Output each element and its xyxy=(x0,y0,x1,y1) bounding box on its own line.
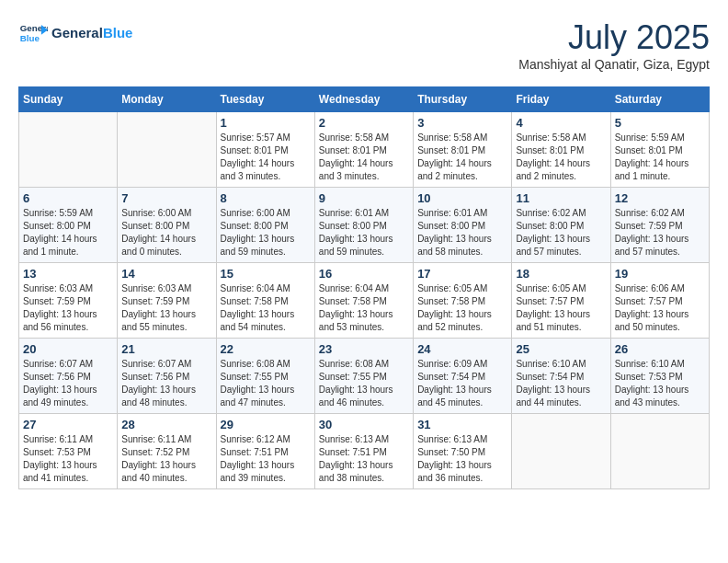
weekday-header: Tuesday xyxy=(216,87,314,112)
calendar-cell: 2Sunrise: 5:58 AM Sunset: 8:01 PM Daylig… xyxy=(314,112,413,188)
day-info: Sunrise: 6:00 AM Sunset: 8:00 PM Dayligh… xyxy=(121,207,211,259)
title-block: July 2025 Manshiyat al Qanatir, Giza, Eg… xyxy=(518,18,710,72)
day-number: 2 xyxy=(319,116,409,130)
calendar-week-row: 1Sunrise: 5:57 AM Sunset: 8:01 PM Daylig… xyxy=(19,112,710,188)
calendar-cell: 1Sunrise: 5:57 AM Sunset: 8:01 PM Daylig… xyxy=(216,112,314,188)
day-info: Sunrise: 6:04 AM Sunset: 7:58 PM Dayligh… xyxy=(221,282,311,334)
calendar-cell: 4Sunrise: 5:58 AM Sunset: 8:01 PM Daylig… xyxy=(512,112,610,188)
calendar-cell: 20Sunrise: 6:07 AM Sunset: 7:56 PM Dayli… xyxy=(19,339,118,414)
day-number: 22 xyxy=(221,342,311,356)
calendar-cell xyxy=(512,414,610,489)
day-info: Sunrise: 5:57 AM Sunset: 8:01 PM Dayligh… xyxy=(221,132,311,183)
day-info: Sunrise: 6:11 AM Sunset: 7:52 PM Dayligh… xyxy=(121,433,211,485)
day-number: 20 xyxy=(23,342,113,356)
calendar-cell: 14Sunrise: 6:03 AM Sunset: 7:59 PM Dayli… xyxy=(118,263,216,339)
day-info: Sunrise: 6:13 AM Sunset: 7:50 PM Dayligh… xyxy=(417,433,507,485)
weekday-header: Wednesday xyxy=(314,87,413,112)
calendar-cell: 29Sunrise: 6:12 AM Sunset: 7:51 PM Dayli… xyxy=(216,414,314,489)
day-info: Sunrise: 5:58 AM Sunset: 8:01 PM Dayligh… xyxy=(417,132,507,183)
page-header: General Blue GeneralBlue July 2025 Mansh… xyxy=(18,18,710,72)
day-info: Sunrise: 6:06 AM Sunset: 7:57 PM Dayligh… xyxy=(615,282,705,334)
calendar-cell: 15Sunrise: 6:04 AM Sunset: 7:58 PM Dayli… xyxy=(216,263,314,339)
day-number: 28 xyxy=(121,418,211,431)
calendar-cell: 27Sunrise: 6:11 AM Sunset: 7:53 PM Dayli… xyxy=(19,414,118,489)
calendar-week-row: 13Sunrise: 6:03 AM Sunset: 7:59 PM Dayli… xyxy=(19,263,710,339)
calendar-cell: 21Sunrise: 6:07 AM Sunset: 7:56 PM Dayli… xyxy=(118,339,216,414)
day-number: 17 xyxy=(417,267,507,281)
day-info: Sunrise: 6:10 AM Sunset: 7:54 PM Dayligh… xyxy=(516,358,606,409)
weekday-header: Friday xyxy=(512,87,610,112)
day-number: 8 xyxy=(221,191,311,205)
calendar-cell: 12Sunrise: 6:02 AM Sunset: 7:59 PM Dayli… xyxy=(610,188,709,263)
calendar-table: SundayMondayTuesdayWednesdayThursdayFrid… xyxy=(18,86,710,489)
calendar-body: 1Sunrise: 5:57 AM Sunset: 8:01 PM Daylig… xyxy=(19,112,710,489)
day-info: Sunrise: 6:02 AM Sunset: 8:00 PM Dayligh… xyxy=(516,207,606,259)
calendar-cell: 7Sunrise: 6:00 AM Sunset: 8:00 PM Daylig… xyxy=(118,188,216,263)
calendar-cell: 6Sunrise: 5:59 AM Sunset: 8:00 PM Daylig… xyxy=(19,188,118,263)
day-info: Sunrise: 6:01 AM Sunset: 8:00 PM Dayligh… xyxy=(319,207,409,259)
calendar-cell: 16Sunrise: 6:04 AM Sunset: 7:58 PM Dayli… xyxy=(314,263,413,339)
calendar-cell: 8Sunrise: 6:00 AM Sunset: 8:00 PM Daylig… xyxy=(216,188,314,263)
calendar-cell: 9Sunrise: 6:01 AM Sunset: 8:00 PM Daylig… xyxy=(314,188,413,263)
day-info: Sunrise: 6:04 AM Sunset: 7:58 PM Dayligh… xyxy=(319,282,409,334)
calendar-cell: 23Sunrise: 6:08 AM Sunset: 7:55 PM Dayli… xyxy=(314,339,413,414)
calendar-week-row: 20Sunrise: 6:07 AM Sunset: 7:56 PM Dayli… xyxy=(19,339,710,414)
day-info: Sunrise: 5:58 AM Sunset: 8:01 PM Dayligh… xyxy=(516,132,606,183)
day-info: Sunrise: 6:09 AM Sunset: 7:54 PM Dayligh… xyxy=(417,358,507,409)
day-number: 7 xyxy=(121,191,211,205)
day-info: Sunrise: 6:12 AM Sunset: 7:51 PM Dayligh… xyxy=(221,433,311,485)
day-number: 15 xyxy=(221,267,311,281)
calendar-cell: 25Sunrise: 6:10 AM Sunset: 7:54 PM Dayli… xyxy=(512,339,610,414)
day-info: Sunrise: 6:05 AM Sunset: 7:57 PM Dayligh… xyxy=(516,282,606,334)
day-number: 31 xyxy=(417,418,507,431)
day-number: 16 xyxy=(319,267,409,281)
weekday-header: Saturday xyxy=(610,87,709,112)
day-info: Sunrise: 6:11 AM Sunset: 7:53 PM Dayligh… xyxy=(23,433,113,485)
day-number: 3 xyxy=(417,116,507,130)
day-info: Sunrise: 6:03 AM Sunset: 7:59 PM Dayligh… xyxy=(121,282,211,334)
day-number: 11 xyxy=(516,191,606,205)
day-number: 27 xyxy=(23,418,113,431)
day-number: 1 xyxy=(221,116,311,130)
day-info: Sunrise: 5:59 AM Sunset: 8:01 PM Dayligh… xyxy=(615,132,705,183)
calendar-cell: 28Sunrise: 6:11 AM Sunset: 7:52 PM Dayli… xyxy=(118,414,216,489)
calendar-cell: 13Sunrise: 6:03 AM Sunset: 7:59 PM Dayli… xyxy=(19,263,118,339)
day-number: 21 xyxy=(121,342,211,356)
calendar-cell: 10Sunrise: 6:01 AM Sunset: 8:00 PM Dayli… xyxy=(414,188,512,263)
day-number: 14 xyxy=(121,267,211,281)
day-info: Sunrise: 6:10 AM Sunset: 7:53 PM Dayligh… xyxy=(615,358,705,409)
day-info: Sunrise: 5:59 AM Sunset: 8:00 PM Dayligh… xyxy=(23,207,113,259)
calendar-cell: 17Sunrise: 6:05 AM Sunset: 7:58 PM Dayli… xyxy=(414,263,512,339)
day-number: 26 xyxy=(615,342,705,356)
logo: General Blue GeneralBlue xyxy=(18,18,132,48)
calendar-cell xyxy=(19,112,118,188)
day-number: 19 xyxy=(615,267,705,281)
day-info: Sunrise: 6:02 AM Sunset: 7:59 PM Dayligh… xyxy=(615,207,705,259)
calendar-cell: 5Sunrise: 5:59 AM Sunset: 8:01 PM Daylig… xyxy=(610,112,709,188)
logo-icon: General Blue xyxy=(18,18,48,48)
calendar-cell xyxy=(118,112,216,188)
calendar-cell: 3Sunrise: 5:58 AM Sunset: 8:01 PM Daylig… xyxy=(414,112,512,188)
day-number: 4 xyxy=(516,116,606,130)
day-info: Sunrise: 6:01 AM Sunset: 8:00 PM Dayligh… xyxy=(417,207,507,259)
calendar-cell: 19Sunrise: 6:06 AM Sunset: 7:57 PM Dayli… xyxy=(610,263,709,339)
logo-text: GeneralBlue xyxy=(51,25,132,40)
day-info: Sunrise: 6:08 AM Sunset: 7:55 PM Dayligh… xyxy=(319,358,409,409)
calendar-cell: 22Sunrise: 6:08 AM Sunset: 7:55 PM Dayli… xyxy=(216,339,314,414)
day-number: 13 xyxy=(23,267,113,281)
day-number: 29 xyxy=(221,418,311,431)
weekday-header: Monday xyxy=(118,87,216,112)
calendar-cell: 26Sunrise: 6:10 AM Sunset: 7:53 PM Dayli… xyxy=(610,339,709,414)
location: Manshiyat al Qanatir, Giza, Egypt xyxy=(518,57,710,72)
day-number: 23 xyxy=(319,342,409,356)
day-info: Sunrise: 6:08 AM Sunset: 7:55 PM Dayligh… xyxy=(221,358,311,409)
day-number: 12 xyxy=(615,191,705,205)
calendar-cell: 30Sunrise: 6:13 AM Sunset: 7:51 PM Dayli… xyxy=(314,414,413,489)
calendar-cell: 11Sunrise: 6:02 AM Sunset: 8:00 PM Dayli… xyxy=(512,188,610,263)
day-number: 18 xyxy=(516,267,606,281)
day-info: Sunrise: 6:05 AM Sunset: 7:58 PM Dayligh… xyxy=(417,282,507,334)
day-number: 24 xyxy=(417,342,507,356)
svg-text:Blue: Blue xyxy=(20,33,40,43)
calendar-cell: 24Sunrise: 6:09 AM Sunset: 7:54 PM Dayli… xyxy=(414,339,512,414)
day-info: Sunrise: 6:13 AM Sunset: 7:51 PM Dayligh… xyxy=(319,433,409,485)
